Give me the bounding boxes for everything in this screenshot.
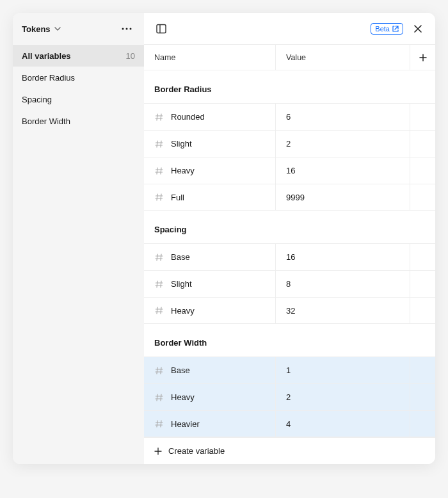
variable-action-cell <box>410 131 435 157</box>
external-link-icon <box>392 26 399 32</box>
column-value-header: Value <box>275 45 410 70</box>
sidebar-header: Tokens <box>13 13 144 45</box>
number-type-icon <box>154 306 164 315</box>
plus-icon <box>419 53 428 62</box>
column-name-header: Name <box>144 53 275 62</box>
variable-value: 8 <box>286 279 291 289</box>
more-button[interactable] <box>118 20 135 37</box>
variable-action-cell <box>410 157 435 184</box>
number-type-icon <box>154 140 164 149</box>
variable-name: Heavy <box>171 392 195 402</box>
more-horizontal-icon <box>122 28 132 30</box>
number-type-icon <box>154 253 164 262</box>
sidebar-item-count: 10 <box>126 51 135 61</box>
variable-row[interactable]: Base16 <box>144 243 435 270</box>
create-variable-label: Create variable <box>168 446 225 456</box>
variable-action-cell <box>410 104 435 130</box>
variable-name-cell: Heavy <box>144 384 275 410</box>
chevron-down-icon <box>54 26 61 32</box>
variable-row[interactable]: Heavy16 <box>144 157 435 184</box>
variables-panel: Tokens All variables10Border RadiusSpaci… <box>13 13 435 464</box>
variable-value-cell[interactable]: 6 <box>275 104 410 130</box>
sidebar-item[interactable]: Border Radius <box>13 67 144 88</box>
variable-row[interactable]: Slight8 <box>144 270 435 297</box>
close-icon <box>413 24 422 33</box>
variable-name-cell: Full <box>144 184 275 210</box>
variable-value-cell[interactable]: 9999 <box>275 184 410 210</box>
variable-name-cell: Rounded <box>144 104 275 130</box>
variable-name-cell: Base <box>144 357 275 383</box>
variable-row[interactable]: Heavy32 <box>144 297 435 324</box>
variable-value-cell[interactable]: 2 <box>275 131 410 157</box>
variable-value-cell[interactable]: 4 <box>275 411 410 437</box>
variable-value: 4 <box>286 419 291 429</box>
variable-name: Base <box>171 252 190 262</box>
panel-icon <box>156 23 167 35</box>
variable-action-cell <box>410 384 435 410</box>
variable-action-cell <box>410 298 435 323</box>
variable-action-cell <box>410 411 435 437</box>
svg-point-0 <box>122 28 124 30</box>
number-type-icon <box>154 366 164 375</box>
close-button[interactable] <box>410 20 426 37</box>
variable-name: Rounded <box>171 112 205 122</box>
variable-name-cell: Slight <box>144 131 275 157</box>
number-type-icon <box>154 166 164 175</box>
variable-action-cell <box>410 271 435 297</box>
variable-name: Slight <box>171 279 192 289</box>
variable-row[interactable]: Heavy2 <box>144 383 435 410</box>
variable-value: 9999 <box>286 193 305 202</box>
variable-value-cell[interactable]: 16 <box>275 157 410 184</box>
variable-name: Full <box>171 193 184 202</box>
variable-value-cell[interactable]: 16 <box>275 244 410 270</box>
variable-name: Slight <box>171 139 192 149</box>
sidebar: Tokens All variables10Border RadiusSpaci… <box>13 13 144 464</box>
variable-row[interactable]: Slight2 <box>144 130 435 157</box>
beta-badge[interactable]: Beta <box>371 23 403 35</box>
variable-action-cell <box>410 357 435 383</box>
variable-row[interactable]: Full9999 <box>144 184 435 211</box>
number-type-icon <box>154 393 164 402</box>
group-header: Border Radius <box>144 70 435 103</box>
variable-value-cell[interactable]: 1 <box>275 357 410 383</box>
main-header: Beta <box>144 13 435 45</box>
group-header: Border Width <box>144 324 435 357</box>
group-header: Spacing <box>144 211 435 243</box>
collection-dropdown[interactable]: Tokens <box>22 24 61 34</box>
variable-value: 2 <box>286 392 291 402</box>
variable-value: 16 <box>286 166 295 175</box>
variable-value-cell[interactable]: 8 <box>275 271 410 297</box>
create-variable-button[interactable]: Create variable <box>144 437 435 464</box>
variable-action-cell <box>410 244 435 270</box>
variable-name-cell: Heavier <box>144 411 275 437</box>
variable-name: Base <box>171 365 190 375</box>
sidebar-item[interactable]: Border Width <box>13 110 144 132</box>
add-mode-button[interactable] <box>410 45 435 70</box>
number-type-icon <box>154 193 164 202</box>
number-type-icon <box>154 280 164 289</box>
variable-row[interactable]: Base1 <box>144 357 435 383</box>
main-content: Beta Name Value Bord <box>144 13 435 464</box>
sidebar-item-label: All variables <box>22 51 71 61</box>
variable-name: Heavy <box>171 306 195 316</box>
number-type-icon <box>154 113 164 122</box>
collection-name: Tokens <box>22 24 51 34</box>
svg-point-2 <box>130 28 132 30</box>
svg-rect-3 <box>157 24 166 33</box>
variable-value: 1 <box>286 365 291 375</box>
sidebar-item[interactable]: All variables10 <box>13 45 144 67</box>
svg-point-1 <box>126 28 128 30</box>
variable-group: Border RadiusRounded6Slight2Heavy16Full9… <box>144 70 435 211</box>
variable-value: 16 <box>286 252 295 262</box>
toggle-sidepanel-button[interactable] <box>153 20 170 37</box>
variable-name-cell: Heavy <box>144 298 275 323</box>
variable-value-cell[interactable]: 32 <box>275 298 410 323</box>
variable-value-cell[interactable]: 2 <box>275 384 410 410</box>
variable-name-cell: Base <box>144 244 275 270</box>
beta-label: Beta <box>375 25 390 33</box>
variable-row[interactable]: Heavier4 <box>144 410 435 437</box>
sidebar-item[interactable]: Spacing <box>13 88 144 110</box>
variable-name: Heavy <box>171 166 195 175</box>
variable-row[interactable]: Rounded6 <box>144 103 435 130</box>
variable-value: 32 <box>286 306 295 316</box>
